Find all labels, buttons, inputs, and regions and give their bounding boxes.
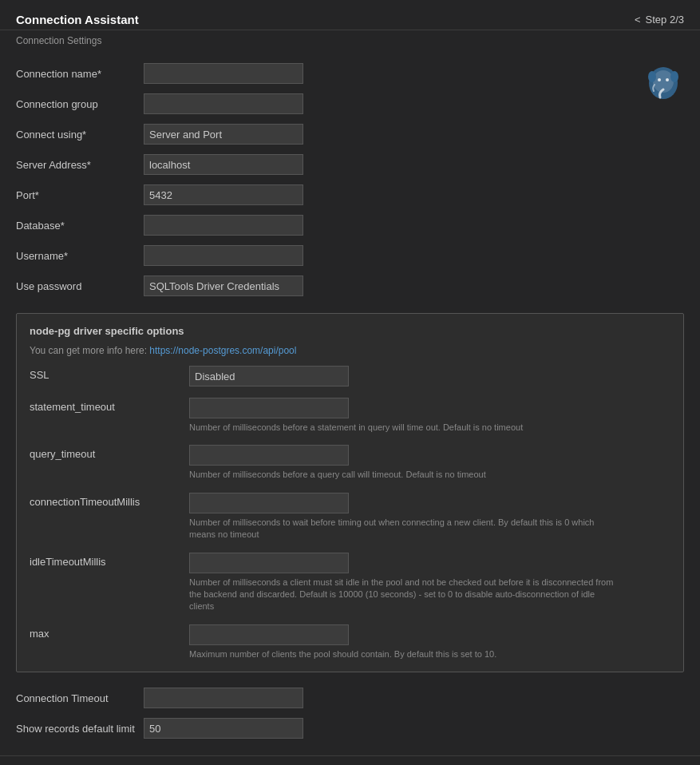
idle-timeout-millis-row: idleTimeoutMillis Number of milliseconds… [30, 553, 670, 613]
database-row: Database* [16, 214, 684, 236]
idle-timeout-millis-label: idleTimeoutMillis [30, 553, 189, 568]
breadcrumb: Connection Settings [16, 35, 101, 46]
connection-timeout-millis-row: connectionTimeoutMillis Number of millis… [30, 493, 670, 541]
server-address-row: Server Address* [16, 153, 684, 176]
server-address-label: Server Address* [16, 159, 144, 171]
server-address-input[interactable] [144, 154, 303, 175]
section-info-link[interactable]: https://node-postgres.com/api/pool [149, 345, 296, 356]
query-timeout-row: query_timeout Number of milliseconds bef… [30, 445, 670, 481]
use-password-row: Use password SQLTools Driver Credentials [16, 275, 684, 297]
back-arrow[interactable]: < [635, 14, 641, 26]
username-input[interactable] [144, 245, 303, 266]
connection-name-input[interactable] [144, 63, 303, 84]
show-records-label: Show records default limit [16, 723, 144, 735]
connection-timeout-input[interactable] [144, 688, 303, 708]
use-password-select[interactable]: SQLTools Driver Credentials [144, 275, 303, 296]
max-input[interactable] [189, 624, 349, 645]
statement-timeout-input[interactable] [189, 398, 349, 418]
port-input[interactable] [144, 184, 303, 205]
username-label: Username* [16, 250, 144, 262]
driver-options-section: node-pg driver specific options You can … [16, 313, 684, 672]
svg-point-4 [658, 78, 661, 81]
connection-timeout-label: Connection Timeout [16, 692, 144, 704]
query-timeout-hint: Number of milliseconds before a query ca… [189, 469, 620, 481]
port-label: Port* [16, 189, 144, 201]
pg-logo-area [643, 62, 684, 106]
max-input-area: Maximum number of clients the pool shoul… [189, 624, 670, 660]
max-label: max [30, 624, 189, 640]
port-row: Port* [16, 184, 684, 206]
section-title: node-pg driver specific options [30, 325, 670, 337]
idle-timeout-millis-input-area: Number of milliseconds a client must sit… [189, 553, 670, 613]
connection-group-label: Connection group [16, 98, 144, 110]
ssl-select[interactable]: Disabled Enabled Required [189, 366, 349, 386]
query-timeout-input[interactable] [189, 445, 349, 466]
connection-timeout-millis-label: connectionTimeoutMillis [30, 493, 189, 508]
step-text: Step 2/3 [646, 14, 684, 26]
query-timeout-input-area: Number of milliseconds before a query ca… [189, 445, 670, 481]
connection-timeout-millis-input[interactable] [189, 493, 349, 513]
ssl-label: SSL [30, 366, 189, 381]
statement-timeout-label: statement_timeout [30, 398, 189, 413]
connect-using-row: Connect using* Server and Port [16, 123, 684, 145]
connection-name-row: Connection name* [16, 62, 684, 85]
max-hint: Maximum number of clients the pool shoul… [189, 648, 620, 660]
svg-point-5 [666, 78, 669, 81]
database-input[interactable] [144, 215, 303, 236]
section-info: You can get more info here: https://node… [30, 345, 670, 356]
svg-point-2 [648, 71, 656, 82]
statement-timeout-hint: Number of milliseconds before a statemen… [189, 422, 620, 434]
query-timeout-label: query_timeout [30, 445, 189, 460]
max-row: max Maximum number of clients the pool s… [30, 624, 670, 660]
ssl-input-area: Disabled Enabled Required [189, 366, 670, 386]
connection-group-input[interactable] [144, 93, 303, 114]
connection-timeout-row: Connection Timeout [16, 687, 684, 709]
idle-timeout-millis-hint: Number of milliseconds a client must sit… [189, 577, 620, 613]
postgresql-logo-icon [643, 62, 684, 104]
connection-timeout-millis-hint: Number of milliseconds to wait before ti… [189, 517, 620, 541]
use-password-label: Use password [16, 280, 144, 292]
show-records-input[interactable] [144, 718, 303, 739]
connect-using-label: Connect using* [16, 129, 144, 141]
show-records-row: Show records default limit [16, 717, 684, 739]
step-indicator: < Step 2/3 [635, 14, 684, 26]
svg-point-3 [670, 71, 678, 82]
idle-timeout-millis-input[interactable] [189, 553, 349, 573]
connect-using-select[interactable]: Server and Port [144, 124, 303, 145]
connection-name-label: Connection name* [16, 68, 144, 80]
connection-timeout-millis-input-area: Number of milliseconds to wait before ti… [189, 493, 670, 541]
footer: SAVE CONNECTION TEST CONNECTION [0, 755, 700, 765]
page-title: Connection Assistant [16, 13, 139, 26]
connection-group-row: Connection group [16, 93, 684, 115]
ssl-row: SSL Disabled Enabled Required [30, 366, 670, 386]
username-row: Username* [16, 244, 684, 267]
statement-timeout-input-area: Number of milliseconds before a statemen… [189, 398, 670, 434]
database-label: Database* [16, 220, 144, 232]
statement-timeout-row: statement_timeout Number of milliseconds… [30, 398, 670, 434]
